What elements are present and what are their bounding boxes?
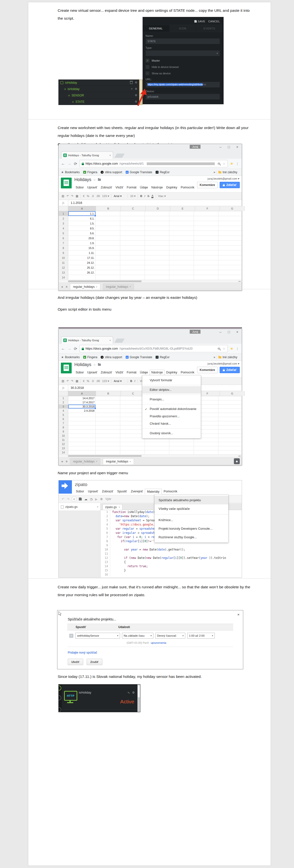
menu-item[interactable]: Súbor bbox=[74, 185, 85, 190]
url-field[interactable]: https://my.zipato.com/zipato-web/remotin… bbox=[146, 82, 220, 88]
empty-cells[interactable] bbox=[96, 438, 242, 442]
cell-value[interactable]: 2.4.2018 bbox=[68, 409, 96, 413]
paint-format-icon[interactable]: ▦ bbox=[76, 194, 78, 198]
tab-icon[interactable]: ICON bbox=[169, 25, 196, 32]
empty-cells[interactable] bbox=[96, 221, 242, 226]
empty-cells[interactable] bbox=[96, 231, 242, 236]
cell-value[interactable] bbox=[68, 413, 96, 417]
cell-value[interactable]: 5.6. bbox=[68, 231, 96, 236]
notifications-link[interactable]: upozornenia bbox=[151, 641, 166, 644]
column-header[interactable]: G bbox=[220, 391, 245, 396]
cell-value[interactable]: 1.9. bbox=[68, 241, 96, 245]
account-email[interactable]: juraj.bezdek@gmail.com ▾ bbox=[208, 177, 239, 180]
show-check-row[interactable]: ✓ Show as device bbox=[146, 71, 220, 75]
sheet-row[interactable]: 1017.11. bbox=[59, 255, 242, 260]
column-header[interactable]: C bbox=[121, 391, 146, 396]
menu-item[interactable]: Upraviť bbox=[86, 489, 100, 495]
star-doc-icon[interactable]: ☆ bbox=[93, 178, 96, 182]
strikethrough-icon[interactable]: S bbox=[147, 194, 149, 197]
cell-value[interactable] bbox=[68, 434, 96, 438]
row-number[interactable]: 7 bbox=[59, 421, 68, 425]
menu-item[interactable]: Nástroje bbox=[150, 185, 165, 190]
cell-value[interactable] bbox=[68, 417, 96, 421]
empty-cells[interactable] bbox=[96, 265, 242, 270]
cell-value[interactable]: 1.5. bbox=[68, 221, 96, 226]
chevron-down-icon[interactable]: ▾ bbox=[97, 506, 98, 508]
sheet-row[interactable]: 1124.12. bbox=[59, 260, 242, 265]
chrome-menu-icon[interactable]: ⋮ bbox=[236, 162, 239, 165]
sheet-row[interactable]: 629.8. bbox=[59, 236, 242, 241]
print-icon[interactable]: ▤ bbox=[62, 194, 64, 198]
tree-item-isholiday-child[interactable]: ≡ isHoliday ⌖⚙ bbox=[58, 86, 139, 92]
gear-icon[interactable]: ⚙ bbox=[135, 81, 137, 84]
close-button[interactable]: × bbox=[236, 330, 238, 334]
menu-item-autocomplete[interactable]: ✓Povoliť automatické dokončovanie bbox=[142, 405, 201, 413]
widget-scrollbar[interactable] bbox=[138, 684, 140, 712]
empty-cells[interactable] bbox=[96, 216, 242, 221]
cell-value[interactable]: 1.1. bbox=[68, 211, 96, 216]
cell-value[interactable]: 26.12. bbox=[68, 270, 96, 275]
close-button[interactable]: × bbox=[236, 145, 238, 149]
tree-item-sensor[interactable]: ≡ SENSOR ⚙ bbox=[58, 92, 139, 99]
undo-icon[interactable]: ↶ bbox=[66, 379, 69, 383]
menu-item-protect-sheet[interactable]: Chrániť hárok... bbox=[142, 420, 201, 427]
empty-cells[interactable] bbox=[96, 260, 242, 265]
bookmarks-item[interactable]: ★Bookmarks bbox=[61, 170, 80, 174]
row-number[interactable]: 6 bbox=[59, 236, 68, 241]
undo-icon[interactable]: ↶ bbox=[66, 194, 69, 198]
cell-value[interactable]: 30.3.2018 bbox=[68, 405, 96, 408]
empty-cells[interactable] bbox=[96, 241, 242, 245]
add-sheet-icon[interactable]: + bbox=[61, 285, 63, 289]
cell-value[interactable] bbox=[68, 442, 96, 446]
trash-icon[interactable] bbox=[130, 82, 133, 84]
maximize-button[interactable]: □ bbox=[228, 330, 230, 334]
other-bookmarks[interactable]: Iné záložky bbox=[218, 355, 237, 359]
cell-value[interactable]: 17.4.2017 bbox=[68, 400, 96, 404]
bookmark-star-icon[interactable]: ☆ bbox=[223, 347, 226, 350]
sheet-row[interactable]: 31.5. bbox=[59, 221, 242, 226]
all-sheets-icon[interactable]: ≡ bbox=[66, 285, 67, 288]
all-sheets-icon[interactable]: ≡ bbox=[66, 460, 67, 463]
row-number[interactable]: 4 bbox=[59, 226, 68, 230]
row-number[interactable]: 1 bbox=[59, 396, 68, 400]
address-bar[interactable]: https://docs.google.com /spreadsheets/d/… bbox=[80, 160, 228, 167]
device-field[interactable]: jeSviatok bbox=[146, 94, 220, 100]
cell-value[interactable]: 8.5. bbox=[68, 226, 96, 230]
move-folder-icon[interactable] bbox=[98, 179, 101, 181]
cell-value[interactable]: 29.8. bbox=[68, 236, 96, 241]
run-icon[interactable]: ▶ bbox=[95, 497, 98, 501]
bold-icon[interactable]: B bbox=[140, 194, 142, 197]
new-tab-button[interactable] bbox=[114, 339, 125, 343]
menu-item[interactable]: Doplnky bbox=[165, 185, 179, 190]
empty-cells[interactable] bbox=[96, 270, 242, 275]
menu-item[interactable]: Materiály bbox=[145, 489, 162, 495]
sheet-tab-regular[interactable]: regular_holidays▾ bbox=[70, 458, 100, 465]
sheet-row[interactable]: 14 bbox=[59, 275, 242, 280]
row-number[interactable]: 3 bbox=[59, 405, 68, 408]
text-color-icon[interactable]: A bbox=[151, 194, 153, 198]
cell-value[interactable]: 1.11. bbox=[68, 250, 96, 255]
delete-trigger-icon[interactable]: × bbox=[69, 634, 74, 638]
redo-icon[interactable]: ↷ bbox=[71, 194, 74, 198]
name-field[interactable]: STATE bbox=[146, 38, 220, 44]
other-bookmarks[interactable]: Iné záložky bbox=[218, 170, 237, 174]
row-number[interactable]: 7 bbox=[59, 241, 68, 245]
currency-icon[interactable]: € bbox=[83, 379, 84, 382]
file-item[interactable]: zipato.gs ▾ bbox=[59, 503, 100, 511]
font-select[interactable]: Arial ▾ bbox=[114, 379, 125, 383]
row-number[interactable]: 12 bbox=[59, 265, 68, 270]
reload-button[interactable]: ⟳ bbox=[74, 346, 77, 351]
empty-cells[interactable] bbox=[96, 250, 242, 255]
hide-check-row[interactable]: ✓ Hide in device browser bbox=[146, 65, 220, 69]
menu-item[interactable]: Nástroje bbox=[150, 370, 165, 375]
comments-button[interactable]: Komentáre bbox=[197, 367, 218, 373]
time-range-select[interactable]: 1:00 až 2:00 bbox=[187, 633, 215, 639]
column-header[interactable]: A bbox=[68, 206, 96, 211]
sheet-row[interactable]: 1326.12. bbox=[59, 270, 242, 275]
redo-icon[interactable]: ↷ bbox=[67, 497, 69, 501]
row-number[interactable]: 4 bbox=[59, 409, 68, 413]
address-bar[interactable]: https://docs.google.com /spreadsheets/d/… bbox=[80, 345, 228, 352]
menu-item[interactable]: Upraviť bbox=[85, 370, 99, 375]
number-format-menu[interactable]: 123 ▾ bbox=[102, 379, 109, 383]
sheet-row[interactable]: 12 bbox=[59, 442, 242, 446]
